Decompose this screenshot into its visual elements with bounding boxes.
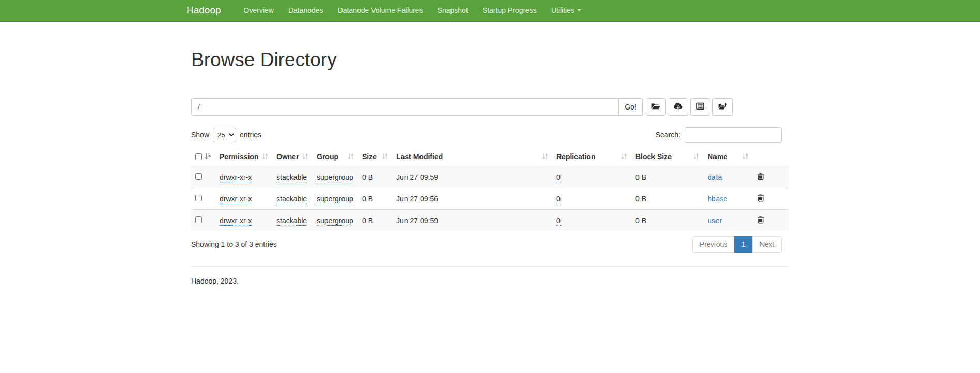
- nav-item-datanode-volume-failures[interactable]: Datanode Volume Failures: [331, 0, 430, 21]
- table-row: drwxr-xr-x stackable supergroup 0 B Jun …: [191, 210, 789, 231]
- nav-label: Snapshot: [438, 6, 468, 14]
- create-directory-button[interactable]: [646, 98, 666, 116]
- nav-label: Startup Progress: [483, 6, 537, 14]
- folder-move-icon: [718, 102, 727, 112]
- header-permission[interactable]: Permission: [215, 148, 272, 166]
- search-label: Search:: [656, 131, 680, 139]
- block-size-cell: 0 B: [635, 216, 646, 225]
- go-button[interactable]: Go!: [619, 98, 643, 116]
- header-block-size[interactable]: Block Size: [631, 148, 704, 166]
- group-cell[interactable]: supergroup: [317, 173, 353, 182]
- directory-link[interactable]: hbase: [708, 195, 727, 203]
- permission-cell[interactable]: drwxr-xr-x: [220, 173, 252, 182]
- row-checkbox[interactable]: [195, 195, 202, 201]
- brand-label: Hadoop: [186, 5, 221, 15]
- table-footer: Showing 1 to 3 of 3 entries Previous 1 N…: [191, 236, 789, 253]
- sort-both-icon: [348, 153, 354, 161]
- sort-both-icon: [382, 153, 388, 161]
- group-cell[interactable]: supergroup: [317, 195, 353, 204]
- sort-both-icon: [693, 153, 699, 161]
- page-size-select[interactable]: 25: [213, 128, 236, 142]
- last-modified-cell: Jun 27 09:59: [396, 173, 438, 181]
- nav-label: Datanode Volume Failures: [338, 6, 423, 14]
- trash-icon: [757, 196, 765, 204]
- nav-label: Utilities: [551, 6, 574, 14]
- header-size[interactable]: Size: [358, 148, 392, 166]
- header-replication[interactable]: Replication: [552, 148, 631, 166]
- top-navbar: Hadoop Overview Datanodes Datanode Volum…: [0, 0, 980, 22]
- upload-files-button[interactable]: [668, 98, 688, 116]
- footer-divider: [191, 266, 789, 267]
- header-label: Owner: [276, 152, 299, 161]
- header-label: Block Size: [635, 152, 672, 161]
- owner-cell[interactable]: stackable: [276, 195, 307, 204]
- header-label: Name: [708, 152, 727, 161]
- replication-cell[interactable]: 0: [556, 216, 561, 226]
- sort-both-icon: [262, 153, 268, 161]
- nav-item-utilities-dropdown[interactable]: Utilities: [544, 0, 588, 21]
- table-header-row: Permission Owner Group Size Last Modifie…: [191, 148, 789, 166]
- header-label: Replication: [556, 152, 595, 161]
- delete-button[interactable]: [757, 215, 765, 224]
- header-label: Permission: [220, 152, 258, 161]
- header-label: Size: [362, 152, 377, 161]
- row-checkbox[interactable]: [195, 216, 202, 223]
- paste-button[interactable]: [712, 98, 733, 116]
- replication-cell[interactable]: 0: [556, 195, 561, 204]
- page-title: Browse Directory: [191, 49, 789, 71]
- nav-label: Datanodes: [288, 6, 323, 14]
- select-all-checkbox[interactable]: [195, 153, 202, 160]
- nav-item-overview[interactable]: Overview: [237, 0, 281, 21]
- header-label: Group: [317, 152, 338, 161]
- table-info: Showing 1 to 3 of 3 entries: [191, 240, 277, 248]
- table-row: drwxr-xr-x stackable supergroup 0 B Jun …: [191, 166, 789, 188]
- table-search: Search:: [656, 127, 782, 143]
- directory-path-input[interactable]: [191, 98, 619, 116]
- nav-item-snapshot[interactable]: Snapshot: [430, 0, 475, 21]
- folder-open-icon: [651, 102, 660, 112]
- entries-label: entries: [240, 131, 261, 139]
- caret-down-icon: [577, 9, 581, 11]
- path-bar: Go!: [191, 98, 789, 116]
- last-modified-cell: Jun 27 09:56: [396, 195, 438, 203]
- cut-selected-button[interactable]: [690, 98, 710, 116]
- file-actions-toolbar: [646, 98, 733, 116]
- delete-button[interactable]: [757, 172, 765, 180]
- navbar-brand[interactable]: Hadoop: [186, 5, 228, 16]
- trash-icon: [757, 174, 765, 182]
- pagination-next[interactable]: Next: [752, 236, 782, 253]
- pagination-previous[interactable]: Previous: [692, 236, 735, 253]
- owner-cell[interactable]: stackable: [276, 173, 307, 182]
- group-cell[interactable]: supergroup: [317, 216, 353, 226]
- sort-both-icon: [302, 153, 308, 161]
- header-actions: [753, 148, 789, 166]
- pagination-page-1[interactable]: 1: [734, 236, 753, 253]
- trash-icon: [757, 217, 765, 225]
- owner-cell[interactable]: stackable: [276, 216, 307, 226]
- sort-both-icon: [542, 153, 548, 161]
- header-owner[interactable]: Owner: [272, 148, 313, 166]
- delete-button[interactable]: [757, 194, 765, 202]
- search-input[interactable]: [685, 127, 782, 143]
- nav-item-startup-progress[interactable]: Startup Progress: [475, 0, 544, 21]
- directory-link[interactable]: data: [708, 173, 722, 181]
- permission-cell[interactable]: drwxr-xr-x: [220, 195, 252, 204]
- directory-link[interactable]: user: [708, 216, 722, 225]
- header-select-all[interactable]: [191, 148, 215, 166]
- block-size-cell: 0 B: [635, 195, 646, 203]
- header-name[interactable]: Name: [704, 148, 753, 166]
- size-cell: 0 B: [362, 195, 373, 203]
- permission-cell[interactable]: drwxr-xr-x: [220, 216, 252, 226]
- page-length-control: Show 25 entries: [191, 128, 261, 142]
- table-controls: Show 25 entries Search:: [191, 127, 789, 143]
- nav-item-datanodes[interactable]: Datanodes: [281, 0, 331, 21]
- row-checkbox[interactable]: [195, 173, 202, 180]
- table-row: drwxr-xr-x stackable supergroup 0 B Jun …: [191, 188, 789, 210]
- replication-cell[interactable]: 0: [556, 173, 561, 182]
- directory-table: Permission Owner Group Size Last Modifie…: [191, 148, 789, 231]
- sort-both-icon: [621, 153, 627, 161]
- directory-table-body: drwxr-xr-x stackable supergroup 0 B Jun …: [191, 166, 789, 231]
- list-alt-icon: [696, 102, 704, 112]
- header-last-modified[interactable]: Last Modified: [392, 148, 552, 166]
- header-group[interactable]: Group: [313, 148, 358, 166]
